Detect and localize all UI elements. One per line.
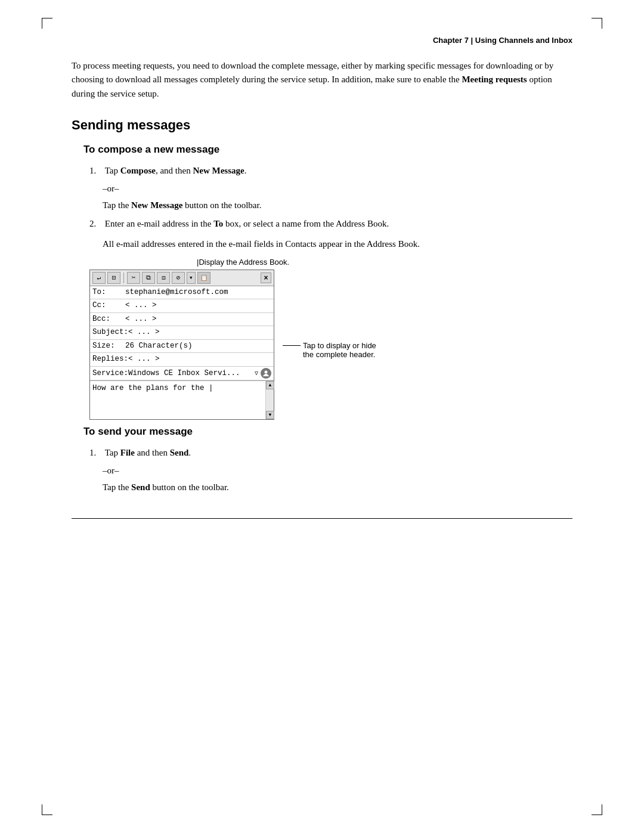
person-icon bbox=[262, 370, 270, 377]
page: Chapter 7 | Using Channels and Inbox To … bbox=[0, 0, 644, 833]
field-bcc-value: < ... > bbox=[125, 314, 157, 325]
field-to-label: To: bbox=[92, 287, 125, 298]
toolbar-btn-copy[interactable]: ⧉ bbox=[142, 272, 155, 284]
toolbar-btn-address[interactable]: 📋 bbox=[197, 272, 210, 284]
field-service-value: Windows CE Inbox Servi... bbox=[128, 369, 255, 377]
field-bcc: Bcc: < ... > bbox=[90, 313, 274, 327]
field-replies-label: Replies: bbox=[92, 354, 128, 365]
screenshot-with-right-annotation: ↵ ⊡ ✂ ⧉ ⧈ ⊘ ▾ 📋 × To: stephanie@microsof… bbox=[89, 270, 572, 420]
service-dropdown-arrow-icon[interactable]: ▽ bbox=[255, 370, 258, 377]
chapter-header: Chapter 7 | Using Channels and Inbox bbox=[72, 36, 572, 45]
intro-paragraph: To process meeting requests, you need to… bbox=[72, 59, 572, 101]
step-2-content: Enter an e-mail address in the To box, o… bbox=[105, 217, 572, 231]
field-to: To: stephanie@microsoft.com bbox=[90, 286, 274, 300]
email-body: How are the plans for the | ▲ ▼ bbox=[90, 381, 274, 419]
toolbar-btn-2[interactable]: ⊡ bbox=[107, 272, 120, 284]
compose-step-2: 2. Enter an e-mail address in the To box… bbox=[89, 217, 572, 231]
toolbar-btn-cut[interactable]: ✂ bbox=[127, 272, 140, 284]
send-step-1-num: 1. bbox=[89, 446, 103, 460]
annotation-right-content: Tap to display or hide the complete head… bbox=[283, 341, 376, 359]
step-1-alt: Tap the New Message button on the toolba… bbox=[103, 199, 572, 212]
field-cc-label: Cc: bbox=[92, 301, 125, 311]
step-1-content: Tap Compose, and then New Message. bbox=[105, 164, 572, 178]
annotation-right-text: Tap to display or hide the complete head… bbox=[303, 341, 376, 359]
toolbar: ↵ ⊡ ✂ ⧉ ⧈ ⊘ ▾ 📋 × bbox=[90, 270, 274, 286]
scroll-up-btn[interactable]: ▲ bbox=[266, 381, 274, 389]
scrollbar: ▲ ▼ bbox=[265, 381, 274, 419]
send-or-divider: –or– bbox=[103, 466, 572, 476]
subsection-title-send: To send your message bbox=[83, 426, 572, 438]
annotation-right: Tap to display or hide the complete head… bbox=[283, 341, 376, 359]
toolbar-btn-paste[interactable]: ⧈ bbox=[157, 272, 170, 284]
corner-mark-bl bbox=[42, 804, 52, 815]
scroll-down-btn[interactable]: ▼ bbox=[266, 411, 274, 419]
scroll-track bbox=[266, 389, 274, 411]
email-compose-window: ↵ ⊡ ✂ ⧉ ⧈ ⊘ ▾ 📋 × To: stephanie@microsof… bbox=[89, 270, 274, 420]
toolbar-close-btn[interactable]: × bbox=[261, 272, 271, 283]
send-step-1-alt-bold: Send bbox=[131, 482, 150, 492]
chapter-header-text: Chapter 7 | Using Channels and Inbox bbox=[433, 36, 572, 45]
bottom-rule bbox=[72, 518, 572, 519]
annotation-right-line2: the complete header. bbox=[303, 350, 375, 359]
field-to-value: stephanie@microsoft.com bbox=[125, 287, 228, 298]
field-service: Service: Windows CE Inbox Servi... ▽ bbox=[90, 367, 274, 380]
or-divider-1: –or– bbox=[103, 184, 572, 194]
service-header-toggle-icon[interactable] bbox=[261, 368, 271, 379]
email-body-text[interactable]: How are the plans for the | bbox=[90, 381, 265, 419]
field-replies: Replies: < ... > bbox=[90, 353, 274, 367]
toolbar-btn-back[interactable]: ↵ bbox=[92, 272, 106, 284]
send-step-1-bold-file: File bbox=[120, 448, 135, 457]
toolbar-sep-1 bbox=[123, 272, 124, 283]
step-2-bold-to: To bbox=[213, 219, 223, 228]
step-1-bold-compose: Compose bbox=[120, 166, 156, 175]
field-replies-value: < ... > bbox=[128, 354, 160, 365]
field-subject-value: < ... > bbox=[128, 327, 160, 338]
field-size-label: Size: bbox=[92, 341, 125, 352]
step-2-num: 2. bbox=[89, 217, 103, 231]
field-bcc-label: Bcc: bbox=[92, 314, 125, 325]
email-fields: To: stephanie@microsoft.com Cc: < ... > … bbox=[90, 286, 274, 381]
field-size-value: 26 Character(s) bbox=[125, 341, 193, 352]
annotation-right-line1: Tap to display or hide bbox=[303, 341, 376, 350]
field-cc: Cc: < ... > bbox=[90, 299, 274, 313]
compose-steps: 1. Tap Compose, and then New Message. –o… bbox=[89, 164, 572, 251]
step-2-note: All e-mail addresses entered in the e-ma… bbox=[103, 237, 572, 251]
field-subject: Subject: < ... > bbox=[90, 326, 274, 340]
corner-mark-tl bbox=[42, 18, 52, 29]
send-step-1-bold-send: Send bbox=[170, 448, 189, 457]
intro-bold-meeting: Meeting requests bbox=[462, 75, 527, 84]
body-content: How are the plans for the | bbox=[92, 384, 213, 392]
section-title-sending: Sending messages bbox=[72, 117, 572, 133]
step-1-alt-bold: New Message bbox=[131, 200, 182, 210]
corner-mark-br bbox=[592, 804, 602, 815]
svg-point-0 bbox=[265, 370, 268, 373]
step-1-num: 1. bbox=[89, 164, 103, 178]
compose-step-1: 1. Tap Compose, and then New Message. bbox=[89, 164, 572, 178]
screenshot-section: |Display the Address Book. ↵ ⊡ ✂ ⧉ ⧈ ⊘ ▾… bbox=[89, 257, 572, 420]
send-step-1: 1. Tap File and then Send. bbox=[89, 446, 572, 460]
step-1-bold-newmsg: New Message bbox=[193, 166, 244, 175]
field-subject-label: Subject: bbox=[92, 327, 128, 338]
annotation-right-line bbox=[283, 345, 301, 346]
send-step-1-content: Tap File and then Send. bbox=[105, 446, 572, 460]
corner-mark-tr bbox=[592, 18, 602, 29]
field-service-label: Service: bbox=[92, 369, 128, 377]
toolbar-dropdown[interactable]: ▾ bbox=[187, 272, 196, 284]
field-cc-value: < ... > bbox=[125, 301, 157, 311]
subsection-title-compose: To compose a new message bbox=[83, 144, 572, 156]
field-size: Size: 26 Character(s) bbox=[90, 340, 274, 354]
send-step-1-alt: Tap the Send button on the toolbar. bbox=[103, 481, 572, 494]
send-steps: 1. Tap File and then Send. –or– Tap the … bbox=[89, 446, 572, 495]
annotation-top-container: |Display the Address Book. bbox=[197, 257, 572, 267]
annotation-top-label: |Display the Address Book. bbox=[197, 258, 289, 267]
toolbar-btn-attach[interactable]: ⊘ bbox=[172, 272, 185, 284]
